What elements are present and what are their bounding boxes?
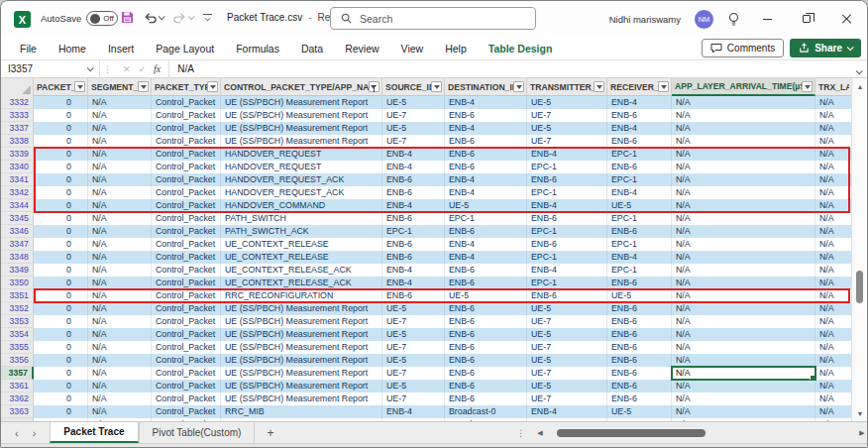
sheet-next-arrow[interactable]: › [33, 427, 37, 439]
row-header[interactable]: 3338 [1, 135, 34, 148]
cell[interactable]: ENB-6 [445, 135, 527, 148]
sheet-tab-pivot-table-custom-[interactable]: Pivot Table(Custom) [139, 422, 256, 443]
sheet-prev-arrow[interactable]: ‹ [15, 427, 19, 439]
cell[interactable]: ENB-4 [382, 148, 445, 161]
cell[interactable]: N/A [815, 302, 853, 315]
filter-dropdown-button[interactable] [594, 81, 604, 92]
cell[interactable]: N/A [88, 135, 152, 148]
cell[interactable]: ENB-6 [607, 135, 672, 148]
cell[interactable]: N/A [88, 186, 152, 199]
cell[interactable]: N/A [88, 225, 152, 238]
cell[interactable]: N/A [672, 148, 815, 161]
cell[interactable]: 0 [34, 302, 88, 315]
filter-dropdown-button[interactable] [658, 81, 669, 92]
cell[interactable]: UE_CONTEXT_RELEASE [221, 238, 382, 251]
ribbon-tab-data[interactable]: Data [290, 37, 334, 60]
scroll-left-arrow[interactable]: ◀ [533, 429, 547, 437]
cell[interactable]: ENB-6 [527, 289, 607, 302]
scroll-up-arrow[interactable]: ▲ [852, 78, 868, 94]
cell[interactable]: N/A [672, 186, 815, 199]
cell[interactable]: Control_Packet [152, 161, 221, 173]
cell[interactable]: HANDOVER_REQUEST_ACK [221, 186, 382, 199]
cell[interactable]: N/A [672, 264, 815, 277]
cell[interactable]: N/A [672, 225, 815, 238]
cell[interactable]: UE (SS/PBCH) Measurement Report [221, 135, 382, 148]
cell[interactable]: UE-5 [382, 122, 445, 135]
cell[interactable]: UE-5 [445, 289, 527, 302]
cell[interactable]: 0 [34, 354, 88, 367]
cell[interactable]: UE-5 [527, 122, 607, 135]
cell[interactable]: ENB-4 [445, 122, 527, 135]
lightbulb-icon[interactable] [727, 12, 740, 27]
cell[interactable]: EPC-1 [445, 212, 527, 225]
cell[interactable]: Control_Packet [152, 186, 221, 199]
cell[interactable]: N/A [672, 277, 815, 289]
cell[interactable]: UE (SS/PBCH) Measurement Report [221, 341, 382, 354]
row-header[interactable]: 3333 [1, 109, 34, 122]
cell[interactable]: RRC_RECONFIGURATION [221, 289, 382, 302]
cell[interactable]: N/A [815, 315, 853, 328]
cell[interactable]: ENB-6 [607, 161, 672, 173]
cell[interactable]: 0 [34, 405, 88, 418]
cell[interactable]: EPC-1 [382, 225, 445, 238]
cell[interactable]: N/A [672, 405, 815, 418]
cell[interactable]: N/A [88, 367, 152, 380]
cell[interactable]: N/A [815, 135, 853, 148]
cell[interactable]: UE-5 [527, 302, 607, 315]
column-header[interactable]: SEGMENT_ID [88, 78, 152, 96]
row-header[interactable]: 3356 [1, 354, 34, 367]
cell[interactable]: UE (SS/PBCH) Measurement Report [221, 96, 382, 109]
row-header[interactable]: 3332 [1, 96, 34, 109]
cell[interactable]: N/A [815, 341, 853, 354]
cell[interactable]: 0 [34, 212, 88, 225]
cell[interactable]: UE (SS/PBCH) Measurement Report [221, 315, 382, 328]
cell[interactable]: 0 [34, 225, 88, 238]
cell[interactable]: N/A [815, 392, 853, 405]
cell[interactable]: ENB-4 [527, 148, 607, 161]
cell[interactable]: N/A [672, 212, 815, 225]
cell[interactable]: Control_Packet [152, 289, 221, 302]
cell[interactable]: ENB-6 [607, 328, 672, 341]
cell[interactable]: ENB-4 [382, 405, 445, 418]
cell[interactable]: N/A [672, 315, 815, 328]
cancel-entry-icon[interactable]: ✕ [123, 64, 131, 74]
row-header[interactable]: 3357 [1, 367, 34, 380]
row-header[interactable]: 3355 [1, 341, 34, 354]
cell[interactable]: N/A [88, 380, 152, 392]
cell[interactable]: N/A [672, 96, 815, 109]
row-header[interactable]: 3344 [1, 199, 34, 212]
cell[interactable]: Control_Packet [152, 367, 221, 380]
cell[interactable]: Control_Packet [152, 302, 221, 315]
cell[interactable]: UE-5 [382, 380, 445, 392]
cell[interactable]: ENB-4 [607, 122, 672, 135]
cell[interactable]: N/A [88, 302, 152, 315]
row-header[interactable]: 3351 [1, 289, 34, 302]
cell[interactable]: N/A [672, 251, 815, 264]
cell[interactable]: UE-5 [527, 96, 607, 109]
cell[interactable]: UE_CONTEXT_RELEASE_ACK [221, 277, 382, 289]
cell[interactable]: UE-5 [382, 328, 445, 341]
add-sheet-button[interactable]: + [255, 422, 285, 443]
cell[interactable]: N/A [815, 367, 853, 380]
cell[interactable]: ENB-4 [382, 277, 445, 289]
cell[interactable]: Control_Packet [152, 122, 221, 135]
cell[interactable]: ENB-6 [445, 302, 527, 315]
comments-button[interactable]: Comments [702, 39, 784, 57]
cell[interactable]: ENB-4 [445, 96, 527, 109]
cell[interactable]: ENB-6 [445, 225, 527, 238]
cell[interactable]: ENB-4 [607, 251, 672, 264]
cell[interactable]: N/A [88, 392, 152, 405]
cell[interactable]: Control_Packet [152, 225, 221, 238]
cell[interactable]: N/A [815, 354, 853, 367]
cell[interactable]: HANDOVER_REQUEST_ACK [221, 173, 382, 186]
filter-dropdown-button[interactable] [431, 81, 442, 92]
filter-dropdown-button[interactable] [74, 81, 85, 92]
cell[interactable]: 0 [34, 328, 88, 341]
cell[interactable]: N/A [88, 251, 152, 264]
cell[interactable]: ENB-4 [382, 161, 445, 173]
cell[interactable]: ENB-4 [527, 199, 607, 212]
cell[interactable]: UE (SS/PBCH) Measurement Report [221, 302, 382, 315]
cell[interactable]: N/A [88, 354, 152, 367]
cell[interactable]: ENB-6 [527, 173, 607, 186]
cell[interactable]: N/A [88, 173, 152, 186]
